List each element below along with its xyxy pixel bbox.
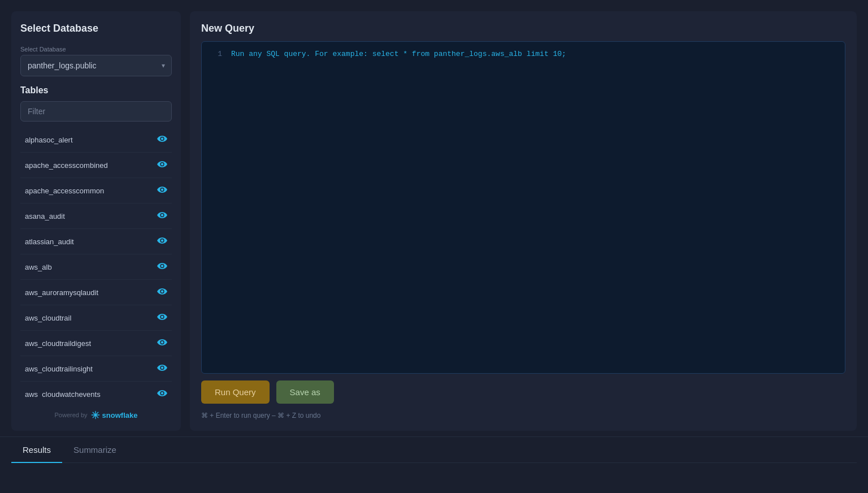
table-name-label: aws_cloudtrailinsight (25, 365, 93, 373)
table-list-item[interactable]: aws_alb (20, 254, 172, 280)
database-select[interactable]: panther_logs.public (20, 55, 172, 76)
tab-results[interactable]: Results (11, 437, 62, 462)
action-bar: Run Query Save as (201, 380, 845, 404)
right-panel: New Query 1Run any SQL query. For exampl… (190, 11, 857, 431)
table-list-item[interactable]: atlassian_audit (20, 229, 172, 254)
eye-icon[interactable] (155, 312, 170, 324)
table-list-item[interactable]: apache_accesscombined (20, 153, 172, 178)
db-select-section: Select Database panther_logs.public ▾ (20, 46, 172, 76)
table-name-label: aws_cloudwatchevents (25, 390, 101, 397)
save-as-button[interactable]: Save as (276, 380, 334, 404)
powered-by-label: Powered by (55, 412, 88, 418)
table-list-item[interactable]: alphasoc_alert (20, 127, 172, 153)
table-list-item[interactable]: aws_cloudtraildigest (20, 331, 172, 356)
tabs-bar: ResultsSummarize (11, 437, 857, 463)
eye-icon[interactable] (155, 184, 170, 197)
code-editor[interactable]: 1Run any SQL query. For example: select … (201, 41, 845, 374)
run-query-button[interactable]: Run Query (201, 380, 270, 404)
line-number: 1 (211, 50, 222, 58)
powered-by: Powered by snowflake (20, 406, 172, 420)
eye-icon[interactable] (155, 261, 170, 273)
eye-icon[interactable] (155, 337, 170, 349)
table-list-item[interactable]: aws_cloudtrailinsight (20, 356, 172, 382)
panel-title: Select Database (20, 23, 172, 34)
eye-icon[interactable] (155, 159, 170, 171)
table-list-item[interactable]: asana_audit (20, 204, 172, 229)
snowflake-label: snowflake (102, 411, 138, 420)
table-name-label: aws_cloudtrail (25, 314, 71, 322)
table-name-label: asana_audit (25, 212, 65, 220)
table-name-label: aws_cloudtraildigest (25, 339, 91, 348)
tables-section: Tables alphasoc_alert apache_accesscombi… (20, 85, 172, 397)
code-line: 1Run any SQL query. For example: select … (211, 50, 836, 58)
bottom-panel: ResultsSummarize (0, 436, 868, 493)
table-list-item[interactable]: apache_accesscommon (20, 178, 172, 204)
eye-icon[interactable] (155, 286, 170, 299)
keyboard-hint: ⌘ + Enter to run query – ⌘ + Z to undo (201, 412, 845, 420)
table-list-item[interactable]: aws_auroramysqlaudit (20, 280, 172, 305)
table-name-label: atlassian_audit (25, 237, 74, 246)
eye-icon[interactable] (155, 210, 170, 222)
code-content: Run any SQL query. For example: select *… (231, 50, 836, 58)
snowflake-logo: snowflake (91, 410, 138, 420)
eye-icon[interactable] (155, 235, 170, 248)
table-name-label: aws_alb (25, 263, 52, 271)
db-select-wrapper: panther_logs.public ▾ (20, 55, 172, 76)
table-name-label: alphasoc_alert (25, 136, 73, 144)
tables-list: alphasoc_alert apache_accesscombined apa… (20, 127, 172, 397)
tables-title: Tables (20, 85, 172, 96)
table-name-label: apache_accesscombined (25, 161, 108, 170)
left-panel: Select Database Select Database panther_… (11, 11, 181, 431)
query-title: New Query (201, 23, 845, 34)
table-name-label: aws_auroramysqlaudit (25, 288, 98, 297)
table-list-item[interactable]: aws_cloudtrail (20, 305, 172, 331)
tab-summarize[interactable]: Summarize (62, 437, 128, 462)
table-name-label: apache_accesscommon (25, 187, 104, 195)
eye-icon[interactable] (155, 362, 170, 375)
eye-icon[interactable] (155, 388, 170, 397)
eye-icon[interactable] (155, 133, 170, 146)
filter-input[interactable] (20, 101, 172, 122)
table-list-item[interactable]: aws_cloudwatchevents (20, 382, 172, 397)
select-db-label: Select Database (20, 46, 172, 53)
